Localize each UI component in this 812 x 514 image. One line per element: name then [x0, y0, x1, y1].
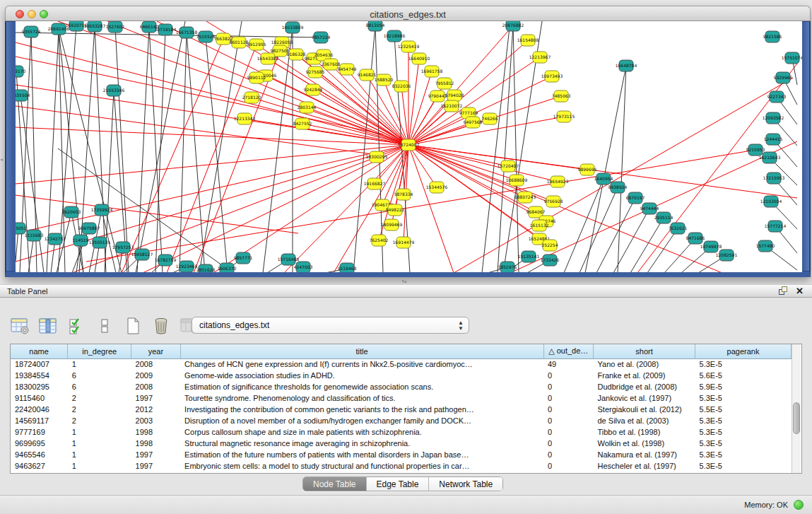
table-cell[interactable]: 1998: [131, 438, 180, 449]
graph-node[interactable]: 19654923: [547, 176, 569, 187]
graph-node[interactable]: 1588520: [375, 74, 394, 86]
table-cell[interactable]: 1: [68, 438, 131, 449]
table-cell[interactable]: 5.5E-5: [695, 404, 792, 415]
graph-node[interactable]: 6497568: [464, 117, 483, 128]
table-cell[interactable]: 5.3E-5: [695, 358, 792, 370]
graph-node[interactable]: 15344576: [426, 182, 448, 193]
close-panel-icon[interactable]: ✕: [796, 286, 804, 296]
table-cell[interactable]: 1: [68, 460, 131, 472]
column-settings-icon[interactable]: [38, 316, 58, 336]
table-row[interactable]: 969969511998Structural magnetic resonanc…: [11, 438, 792, 449]
table-cell[interactable]: 2009: [131, 370, 180, 381]
tab-network-table[interactable]: Network Table: [429, 477, 502, 491]
column-header[interactable]: short: [594, 344, 695, 358]
table-scrollbar[interactable]: [792, 344, 801, 473]
graph-node[interactable]: 114519: [73, 235, 89, 246]
graph-node[interactable]: 8186328: [287, 49, 306, 60]
graph-node[interactable]: 17215953: [763, 173, 785, 184]
graph-node[interactable]: 4247003: [294, 262, 313, 272]
table-cell[interactable]: 9777169: [11, 426, 68, 438]
table-cell[interactable]: Franke et al. (2009): [594, 370, 695, 381]
table-cell[interactable]: 2012: [131, 404, 180, 415]
table-row[interactable]: 911546021997Tourette syndrome. Phenomeno…: [11, 392, 792, 404]
table-cell[interactable]: Corpus callosum shape and size in male p…: [180, 426, 543, 438]
graph-edge[interactable]: [408, 145, 558, 182]
graph-edge[interactable]: [313, 90, 408, 145]
graph-node[interactable]: 1640954: [594, 173, 613, 185]
graph-node[interactable]: 2803144: [298, 102, 317, 113]
graph-node[interactable]: 8498222: [386, 204, 405, 216]
graph-node[interactable]: 16961758: [421, 66, 443, 77]
graph-node[interactable]: 8813054: [366, 21, 385, 31]
table-cell[interactable]: Tibbo et al. (1998): [594, 426, 695, 438]
table-cell[interactable]: 22420046: [11, 404, 68, 415]
graph-node[interactable]: 14099469: [381, 219, 403, 230]
window-titlebar[interactable]: citations_edges.txt: [5, 6, 811, 21]
network-graph[interactable]: 1872400793557242069140616920716106532871…: [16, 21, 802, 272]
graph-edge[interactable]: [59, 29, 122, 272]
table-cell[interactable]: 2008: [131, 358, 180, 370]
graph-node[interactable]: 15716485: [278, 254, 300, 265]
table-row[interactable]: 1938455462009Genome-wide association stu…: [11, 370, 792, 381]
table-cell[interactable]: 14569117: [11, 415, 68, 426]
table-cell[interactable]: 5.9E-5: [695, 381, 792, 392]
table-cell[interactable]: 1997: [131, 392, 180, 404]
table-row[interactable]: 946554611997Estimation of the future num…: [11, 449, 792, 460]
table-row[interactable]: 1456911722003Disruption of a novel membe…: [11, 415, 792, 426]
graph-node[interactable]: 6879197: [626, 192, 645, 204]
graph-edge[interactable]: [408, 145, 454, 272]
graph-node[interactable]: 1606370: [218, 263, 237, 272]
table-cell[interactable]: 5.3E-5: [695, 415, 792, 426]
graph-edge[interactable]: [167, 45, 257, 272]
graph-edge[interactable]: [408, 76, 552, 145]
table-cell[interactable]: 1: [68, 449, 131, 460]
tab-edge-table[interactable]: Edge Table: [367, 477, 430, 491]
table-cell[interactable]: 0: [543, 415, 594, 426]
graph-edge[interactable]: [579, 187, 618, 272]
graph-node[interactable]: 16914479: [393, 237, 415, 248]
table-cell[interactable]: Yano et al. (2008): [594, 358, 695, 370]
graph-edge[interactable]: [115, 27, 129, 272]
graph-node[interactable]: 1733426: [541, 255, 560, 266]
table-cell[interactable]: 18724007: [11, 358, 68, 370]
table-cell[interactable]: 5.3E-5: [695, 460, 792, 472]
table-cell[interactable]: 1: [68, 426, 131, 438]
delete-icon[interactable]: [151, 316, 171, 336]
graph-node[interactable]: 12325419: [398, 41, 420, 52]
table-cell[interactable]: 0: [543, 438, 594, 449]
column-header[interactable]: in_degree: [68, 344, 131, 358]
table-cell[interactable]: Estimation of the future numbers of pati…: [180, 449, 543, 460]
table-cell[interactable]: 9699695: [11, 438, 68, 449]
graph-node[interactable]: 9275685: [306, 66, 325, 78]
graph-node[interactable]: 9329966: [774, 72, 793, 83]
graph-node[interactable]: 15720407: [498, 160, 519, 172]
graph-node[interactable]: 9790443: [428, 90, 447, 102]
rows-icon[interactable]: [95, 316, 114, 336]
graph-node[interactable]: 746266: [482, 113, 498, 124]
graph-node[interactable]: 10653287: [84, 21, 106, 32]
graph-node[interactable]: 9899695: [578, 164, 597, 175]
graph-node[interactable]: 16154808: [517, 35, 539, 46]
graph-node[interactable]: 1527602: [106, 21, 125, 33]
table-cell[interactable]: Structural magnetic resonance image aver…: [180, 438, 543, 449]
graph-node[interactable]: 7857224: [312, 32, 331, 43]
table-cell[interactable]: Wolkin et al. (1998): [594, 438, 695, 449]
graph-node[interactable]: 16033809: [282, 22, 304, 33]
graph-node[interactable]: 2935114: [654, 212, 673, 223]
table-cell[interactable]: Changes of HCN gene expression and I(f) …: [180, 358, 543, 370]
graph-node[interactable]: 2851628: [196, 264, 216, 272]
table-cell[interactable]: 18300295: [11, 381, 68, 392]
table-cell[interactable]: 0: [543, 381, 594, 392]
graph-node[interactable]: 1577480: [756, 240, 775, 252]
table-cell[interactable]: 2: [68, 415, 131, 426]
graph-node[interactable]: 2620653: [62, 206, 81, 218]
table-settings-icon[interactable]: [10, 316, 30, 336]
graph-node[interactable]: 16648784: [616, 60, 637, 71]
graph-edge[interactable]: [408, 71, 432, 145]
column-header[interactable]: pagerank: [695, 344, 792, 358]
table-cell[interactable]: 19384554: [11, 370, 68, 381]
graph-edge[interactable]: [408, 25, 513, 145]
graph-node[interactable]: 16640910: [408, 53, 430, 64]
graph-node[interactable]: 8427552: [293, 118, 312, 129]
graph-edge[interactable]: [180, 33, 187, 272]
